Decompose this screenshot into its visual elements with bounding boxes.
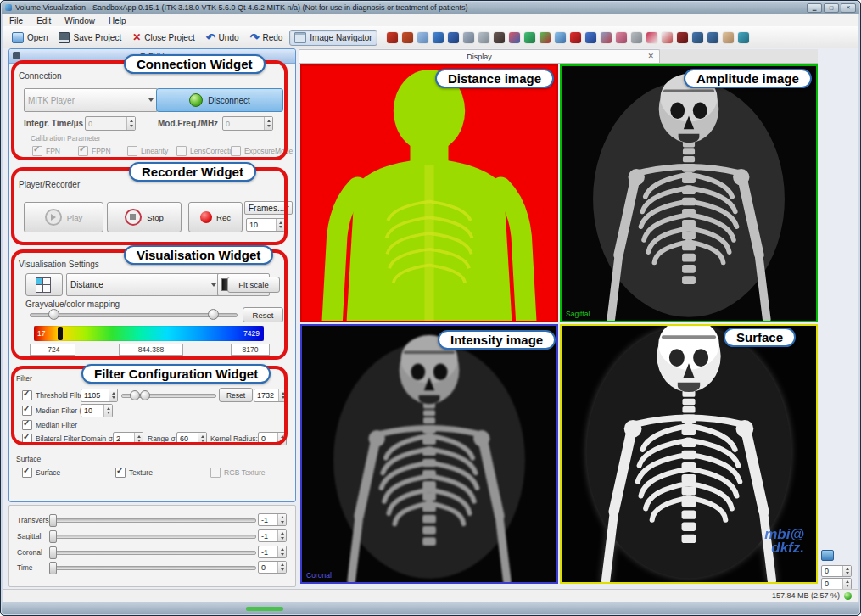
- toolbar-plugin-icons: [387, 32, 749, 43]
- screenshot-root: Volume Visualization - SandboxApp 0.15.1…: [0, 0, 861, 616]
- main-toolbar: Open Save Project ✕Close Project ↶Undo ↷…: [3, 26, 858, 49]
- spin-arrows-icon[interactable]: [277, 514, 286, 525]
- render-window-intensity[interactable]: Coronal: [300, 324, 558, 584]
- view-options-icon[interactable]: [821, 550, 834, 561]
- plugin-icon-icon[interactable]: [662, 32, 673, 43]
- time-label: Time: [17, 563, 33, 572]
- close-project-button[interactable]: ✕Close Project: [128, 31, 199, 44]
- annotation-box-visualisation: [11, 249, 288, 360]
- render-window-annotation: Sagittal: [566, 310, 590, 318]
- time-handle[interactable]: [49, 562, 57, 574]
- plugin-icon-icon[interactable]: [433, 32, 444, 43]
- plugin-icon-icon[interactable]: [585, 32, 596, 43]
- spin-arrows-icon[interactable]: [277, 562, 286, 573]
- distance-silhouette: [306, 68, 552, 322]
- render-window-amplitude[interactable]: Sagittal: [560, 64, 818, 322]
- image-navigator-button[interactable]: Image Navigator: [289, 30, 377, 46]
- plugin-icon-icon[interactable]: [601, 32, 612, 43]
- plugin-icon-icon[interactable]: [448, 32, 459, 43]
- transversal-slider[interactable]: [49, 518, 256, 523]
- render-window-distance[interactable]: [300, 64, 558, 322]
- plugin-icon-icon[interactable]: [570, 32, 581, 43]
- coronal-label: Coronal: [17, 548, 42, 557]
- coronal-handle[interactable]: [49, 546, 57, 559]
- tab-close-icon[interactable]: ✕: [647, 52, 654, 60]
- progress-segment: [246, 607, 283, 611]
- spin-arrows-icon[interactable]: [842, 579, 851, 589]
- render-window-annotation: Coronal: [306, 571, 332, 580]
- tab-display[interactable]: Display ✕: [299, 49, 660, 63]
- plugin-icon-icon[interactable]: [738, 32, 749, 43]
- callout-connection-widget: Connection Widget: [124, 54, 266, 74]
- undo-button[interactable]: ↶Undo: [202, 31, 243, 44]
- plugin-icon-icon[interactable]: [616, 32, 627, 43]
- title-bar[interactable]: Volume Visualization - SandboxApp 0.15.1…: [2, 2, 859, 14]
- plugin-icon-icon[interactable]: [631, 32, 642, 43]
- plugin-icon-icon[interactable]: [723, 32, 734, 43]
- sagittal-spinbox[interactable]: -1: [258, 529, 287, 542]
- spin-arrows-icon[interactable]: [277, 546, 286, 557]
- checkbox-icon[interactable]: [22, 468, 32, 478]
- plugin-icon-icon[interactable]: [540, 32, 551, 43]
- redo-button[interactable]: ↷Redo: [246, 31, 288, 44]
- sagittal-slider[interactable]: [49, 535, 256, 539]
- menu-window[interactable]: Window: [64, 16, 95, 25]
- surface-checkbox[interactable]: Surface: [22, 468, 60, 478]
- plugin-icon-icon[interactable]: [707, 32, 718, 43]
- checkbox-icon[interactable]: [115, 468, 126, 478]
- menu-edit[interactable]: Edit: [36, 16, 51, 25]
- side-spinbox-1[interactable]: 0: [821, 565, 852, 577]
- plugin-icon-icon[interactable]: [692, 32, 703, 43]
- minimize-button[interactable]: ▁: [807, 3, 822, 13]
- close-button[interactable]: ✕: [841, 3, 856, 13]
- callout-visualisation-widget: Visualisation Widget: [124, 245, 273, 265]
- spin-arrows-icon[interactable]: [842, 566, 851, 576]
- plugin-icon-icon[interactable]: [478, 32, 489, 43]
- sagittal-label: Sagittal: [17, 532, 41, 540]
- plugin-icon-icon[interactable]: [677, 32, 688, 43]
- time-spinbox[interactable]: 0: [258, 561, 287, 574]
- menu-bar: File Edit Window Help: [3, 14, 858, 27]
- annotation-box-connection: [11, 60, 288, 160]
- plugin-icon-icon[interactable]: [646, 32, 657, 43]
- window-bottom-border: [2, 602, 859, 614]
- memory-status-icon: [844, 592, 852, 600]
- plugin-icon-icon[interactable]: [463, 32, 474, 43]
- transversal-handle[interactable]: [49, 514, 57, 527]
- memory-usage-text: 157.84 MB (2.57 %): [772, 591, 840, 600]
- callout-distance-image: Distance image: [435, 69, 554, 88]
- amplitude-skeleton: [570, 68, 808, 322]
- plugin-icon-icon[interactable]: [387, 32, 398, 43]
- callout-surface: Surface: [724, 328, 796, 347]
- spin-arrows-icon[interactable]: [277, 530, 286, 541]
- callout-amplitude-image: Amplitude image: [684, 69, 812, 88]
- callout-filter-widget: Filter Configuration Widget: [81, 364, 271, 384]
- menu-help[interactable]: Help: [109, 16, 126, 25]
- coronal-slider[interactable]: [49, 551, 256, 555]
- time-slider[interactable]: [49, 566, 256, 570]
- plugin-icon-icon[interactable]: [494, 32, 505, 43]
- plugin-icon-icon[interactable]: [555, 32, 566, 43]
- transversal-spinbox[interactable]: -1: [258, 513, 287, 526]
- texture-checkbox[interactable]: Texture: [115, 468, 153, 478]
- plugin-icon-icon[interactable]: [417, 32, 428, 43]
- callout-recorder-widget: Recorder Widget: [129, 162, 256, 182]
- coronal-spinbox[interactable]: -1: [258, 546, 287, 558]
- maximize-button[interactable]: ▢: [824, 3, 839, 13]
- open-icon: [12, 32, 24, 43]
- callout-intensity-image: Intensity image: [438, 330, 556, 350]
- plugin-icon-icon[interactable]: [402, 32, 413, 43]
- render-window-surface[interactable]: mbi@ dkfz.: [560, 324, 818, 584]
- plugin-icon-icon[interactable]: [509, 32, 520, 43]
- status-bar: 157.84 MB (2.57 %): [3, 589, 858, 602]
- open-button[interactable]: Open: [8, 31, 52, 45]
- checkbox-icon[interactable]: [210, 468, 221, 478]
- right-side-strip: 0 0: [818, 49, 858, 590]
- save-project-button[interactable]: Save Project: [54, 31, 126, 45]
- menu-file[interactable]: File: [9, 16, 23, 25]
- side-spinbox-2[interactable]: 0: [821, 578, 852, 590]
- rgb-texture-checkbox[interactable]: RGB Texture: [210, 468, 266, 478]
- sagittal-handle[interactable]: [49, 530, 57, 543]
- plugin-icon-icon[interactable]: [524, 32, 535, 43]
- redo-icon: ↷: [250, 33, 260, 42]
